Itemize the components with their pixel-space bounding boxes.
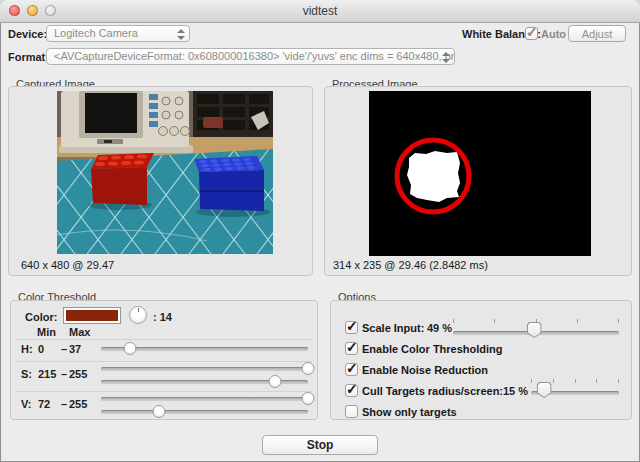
h-dash: – (61, 343, 67, 355)
h-max-slider[interactable] (101, 347, 308, 351)
auto-checkbox[interactable]: ✓ (525, 27, 538, 40)
cull-targets-value: 15 % (503, 385, 528, 397)
captured-group: 640 x 480 @ 29.47 (8, 86, 313, 276)
v-dash: – (61, 398, 67, 410)
hue-value: : 14 (153, 311, 172, 323)
scale-input-slider[interactable] (453, 331, 619, 335)
h-min-value: 0 (38, 343, 44, 355)
zoom-icon[interactable] (45, 5, 56, 16)
v-min-slider-thumb[interactable] (152, 405, 165, 418)
popup-arrows-icon (176, 29, 185, 40)
s-max-slider[interactable] (101, 367, 308, 371)
s-min-slider[interactable] (101, 380, 308, 384)
s-row-label: S: (21, 368, 32, 380)
cull-targets-checkbox[interactable]: ✓ (345, 384, 358, 397)
scale-input-value: 49 % (427, 322, 452, 334)
format-popup[interactable]: <AVCaptureDeviceFormat: 0x608000016380> … (46, 48, 455, 65)
v-min-slider[interactable] (101, 410, 308, 414)
color-well[interactable] (63, 307, 121, 324)
s-min-value: 215 (38, 368, 56, 380)
device-popup[interactable]: Logitech Camera (46, 25, 190, 42)
cull-targets-slider-thumb[interactable] (537, 382, 552, 398)
scale-input-label: Scale Input: (362, 322, 424, 334)
options-group: ✓ Scale Input: 49 % ✓ Enable Color Thres… (330, 300, 632, 420)
checkmark-icon: ✓ (346, 360, 358, 376)
enable-noise-reduction-checkbox[interactable]: ✓ (345, 363, 358, 376)
adjust-button[interactable]: Adjust (568, 25, 626, 42)
v-max-slider[interactable] (101, 397, 308, 401)
checkmark-icon: ✓ (346, 339, 358, 355)
popup-arrows-icon (441, 52, 450, 63)
app-window: vidtest Device: Logitech Camera White Ba… (0, 0, 640, 462)
enable-color-thresholding-label: Enable Color Thresholding (362, 343, 503, 355)
format-label: Format: (8, 51, 49, 63)
enable-noise-reduction-label: Enable Noise Reduction (362, 364, 488, 376)
h-max-value: 37 (69, 343, 81, 355)
v-max-value: 255 (69, 398, 87, 410)
scale-input-checkbox[interactable]: ✓ (345, 321, 358, 334)
window-title: vidtest (0, 0, 640, 22)
auto-checkbox-label: Auto (541, 28, 566, 40)
color-label: Color: (25, 311, 57, 323)
divider (16, 361, 312, 362)
device-label: Device: (8, 28, 47, 40)
s-min-slider-thumb[interactable] (268, 375, 281, 388)
hue-dial[interactable] (129, 306, 147, 324)
divider (16, 339, 312, 340)
s-dash: – (61, 368, 67, 380)
processed-photo (369, 91, 591, 256)
checkmark-icon: ✓ (346, 318, 358, 334)
color-swatch (66, 310, 118, 321)
format-popup-value: <AVCaptureDeviceFormat: 0x608000016380> … (54, 50, 455, 62)
v-min-value: 72 (38, 398, 50, 410)
v-max-slider-thumb[interactable] (302, 392, 315, 405)
stop-button[interactable]: Stop (262, 435, 378, 455)
title-bar[interactable]: vidtest (0, 0, 640, 23)
s-max-value: 255 (69, 368, 87, 380)
scale-input-slider-thumb[interactable] (527, 322, 542, 338)
processed-group: 314 x 235 @ 29.46 (2.8482 ms) (324, 86, 632, 276)
minimize-icon[interactable] (27, 5, 38, 16)
color-threshold-group: Color: : 14 Min Max H: 0 – 37 S: 215 – 2… (10, 300, 318, 420)
checkmark-icon: ✓ (526, 24, 538, 40)
cull-targets-slider[interactable] (531, 391, 619, 395)
min-header: Min (37, 326, 56, 338)
h-row-label: H: (21, 343, 33, 355)
show-only-targets-checkbox[interactable] (345, 405, 358, 418)
v-row-label: V: (21, 398, 31, 410)
h-max-slider-thumb[interactable] (123, 342, 136, 355)
divider (16, 391, 312, 392)
show-only-targets-label: Show only targets (362, 406, 457, 418)
captured-caption: 640 x 480 @ 29.47 (21, 259, 114, 271)
close-icon[interactable] (9, 5, 20, 16)
captured-photo (57, 91, 273, 254)
checkmark-icon: ✓ (346, 381, 358, 397)
processed-caption: 314 x 235 @ 29.46 (2.8482 ms) (333, 259, 488, 271)
device-popup-value: Logitech Camera (54, 27, 138, 39)
cull-targets-label: Cull Targets radius/screen: (362, 385, 503, 397)
s-max-slider-thumb[interactable] (302, 362, 315, 375)
max-header: Max (69, 326, 90, 338)
enable-color-thresholding-checkbox[interactable]: ✓ (345, 342, 358, 355)
